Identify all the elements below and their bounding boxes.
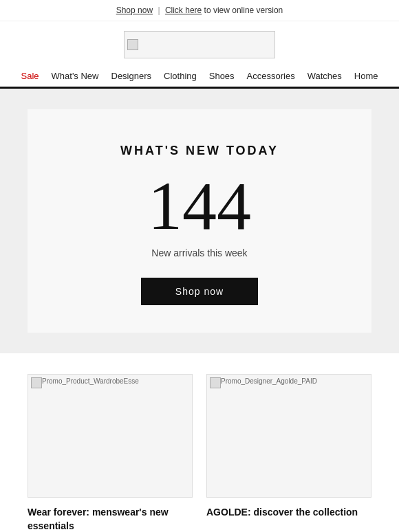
main-nav: Sale What's New Designers Clothing Shoes… bbox=[0, 65, 399, 89]
products-section: Promo_Product_WardrobeEsse Wear forever:… bbox=[0, 353, 399, 532]
nav-item-shoes[interactable]: Shoes bbox=[209, 71, 235, 81]
nav-item-whats-new[interactable]: What's New bbox=[52, 71, 99, 81]
hero-number: 144 bbox=[55, 172, 344, 241]
product-img-icon-1 bbox=[210, 377, 221, 388]
product-image-1: Promo_Designer_Agolde_PAID bbox=[206, 374, 371, 498]
top-bar: Shop now | Click here to view online ver… bbox=[0, 0, 399, 21]
nav-item-accessories[interactable]: Accessories bbox=[247, 71, 295, 81]
shop-now-link[interactable]: Shop now bbox=[116, 5, 153, 15]
logo-image-icon bbox=[127, 39, 138, 50]
nav-item-designers[interactable]: Designers bbox=[111, 71, 152, 81]
nav-item-watches[interactable]: Watches bbox=[308, 71, 342, 81]
nav-item-clothing[interactable]: Clothing bbox=[164, 71, 197, 81]
nav-item-home[interactable]: Home bbox=[354, 71, 378, 81]
product-img-icon-0 bbox=[31, 377, 42, 388]
hero-outer: WHAT'S NEW TODAY 144 New arrivals this w… bbox=[0, 89, 399, 353]
separator: | bbox=[158, 5, 160, 15]
hero-inner: WHAT'S NEW TODAY 144 New arrivals this w… bbox=[28, 109, 371, 333]
product-image-0: Promo_Product_WardrobeEsse bbox=[28, 374, 193, 498]
logo bbox=[124, 31, 275, 58]
product-card-0: Promo_Product_WardrobeEsse Wear forever:… bbox=[28, 374, 193, 532]
product-title-0[interactable]: Wear forever: menswear's new essentials bbox=[28, 506, 193, 532]
online-version-text: to view online version bbox=[202, 5, 283, 15]
click-here-link[interactable]: Click here bbox=[165, 5, 202, 15]
product-image-label-1: Promo_Designer_Agolde_PAID bbox=[221, 377, 317, 385]
nav-item-sale[interactable]: Sale bbox=[21, 71, 39, 81]
hero-subtitle: New arrivals this week bbox=[55, 247, 344, 258]
product-image-label-0: Promo_Product_WardrobeEsse bbox=[42, 377, 139, 385]
logo-area bbox=[0, 21, 399, 65]
product-card-1: Promo_Designer_Agolde_PAID AGOLDE: disco… bbox=[206, 374, 371, 532]
hero-shop-now-button[interactable]: Shop now bbox=[141, 278, 258, 305]
product-title-1[interactable]: AGOLDE: discover the collection bbox=[206, 506, 371, 520]
hero-title: WHAT'S NEW TODAY bbox=[55, 144, 344, 158]
